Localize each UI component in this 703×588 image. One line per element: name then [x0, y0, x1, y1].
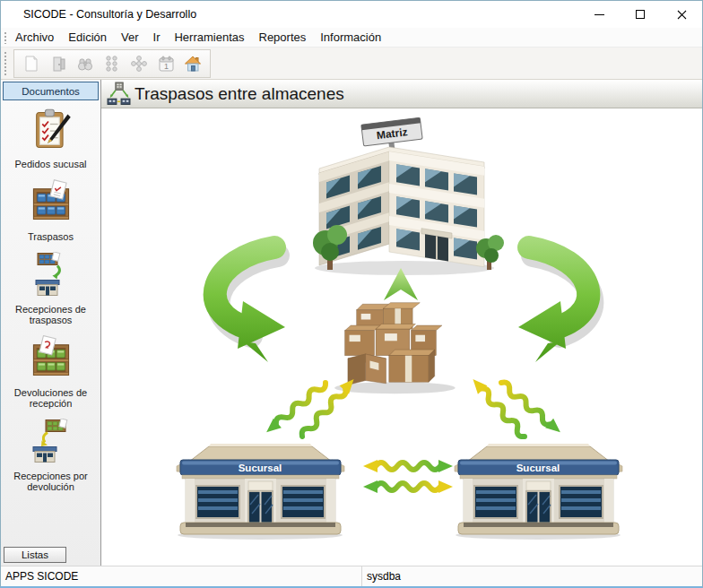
wavy-arrow-between-stores-bottom [363, 480, 453, 493]
exit-button[interactable] [45, 51, 72, 75]
new-document-icon [22, 54, 41, 74]
toolbar: 1 [1, 48, 702, 80]
menu-ver[interactable]: Ver [114, 29, 146, 46]
menu-informacion[interactable]: Información [313, 29, 388, 46]
green-arrow-left [215, 247, 285, 362]
svg-text:Sucursal: Sucursal [516, 463, 560, 473]
sidebar: Documentos [1, 80, 101, 566]
menu-herramientas[interactable]: Herramientas [167, 29, 251, 46]
sidebar-item-recepciones-devolucion[interactable]: Recepciones por devolución [1, 419, 100, 492]
green-shelf-to-store-icon [30, 419, 72, 468]
sidebar-item-label: Traspasos [25, 229, 76, 242]
content-area: Documentos [1, 80, 702, 566]
toolbar-group: 1 [13, 49, 211, 78]
wavy-arrow-between-stores-top [363, 460, 453, 472]
new-document-button[interactable] [18, 51, 45, 75]
listas-button[interactable]: Listas [4, 547, 66, 563]
menu-grip-handle[interactable] [3, 30, 7, 44]
workflow-button[interactable] [126, 51, 152, 75]
page-header: Traspasos entre almacenes [101, 80, 702, 108]
wavy-arrow-to-left-store [263, 378, 330, 437]
svg-text:1: 1 [164, 61, 169, 70]
workflow-plus-icon [129, 54, 149, 74]
sidebar-item-label: Devoluciones de recepción [1, 385, 100, 409]
app-window: SICODE - Consultoría y Desarrollo Archiv… [0, 0, 703, 588]
status-bar: APPS SICODE sysdba [1, 566, 702, 586]
shelf-to-store-icon [30, 252, 72, 301]
toolbar-grip-handle[interactable] [3, 50, 7, 76]
sidebar-item-label: Recepciones de traspasos [1, 301, 100, 325]
svg-text:Sucursal: Sucursal [239, 463, 282, 473]
home-button[interactable] [179, 51, 206, 75]
wavy-arrow-from-right-store [468, 375, 529, 440]
minimize-icon [595, 14, 604, 15]
sidebar-item-label: Pedidos sucusal [12, 156, 89, 169]
menu-reportes[interactable]: Reportes [252, 29, 314, 46]
listas-button-label: Listas [22, 549, 48, 560]
transfer-diagram-icon [107, 82, 131, 106]
status-user: sysdba [362, 566, 702, 586]
matriz-building: Matriz [313, 117, 504, 275]
green-arrow-right [518, 247, 592, 362]
search-button[interactable] [72, 51, 99, 75]
shelf-blue-boxes-icon [29, 179, 74, 229]
warehouse-transfer-illustration: Matriz [101, 108, 701, 566]
sucursal-store-right: Sucursal [455, 444, 622, 540]
clipboard-pen-icon [29, 107, 74, 156]
illustration-canvas: Matriz [101, 108, 702, 566]
shelf-green-boxes-icon [29, 335, 74, 385]
sidebar-nav: Pedidos sucusal [1, 102, 100, 545]
calendar-icon: 1 [156, 54, 176, 74]
status-app-name: APPS SICODE [1, 566, 362, 586]
sidebar-item-traspasos[interactable]: Traspasos [1, 179, 100, 242]
sidebar-item-pedidos-sucursal[interactable]: Pedidos sucusal [1, 107, 100, 169]
exit-door-icon [48, 54, 68, 74]
menu-edicion[interactable]: Edición [61, 29, 114, 46]
menu-bar: Archivo Edición Ver Ir Herramientas Repo… [1, 28, 702, 48]
menu-archivo[interactable]: Archivo [8, 29, 61, 46]
page-title: Traspasos entre almacenes [135, 84, 344, 104]
close-icon [677, 10, 687, 20]
home-icon [183, 54, 203, 74]
process-nodes-icon [102, 54, 122, 74]
minimize-button[interactable] [578, 1, 620, 28]
title-bar: SICODE - Consultoría y Desarrollo [1, 1, 702, 28]
close-button[interactable] [661, 1, 702, 28]
tab-documentos[interactable]: Documentos [3, 82, 99, 100]
maximize-icon [636, 10, 645, 19]
window-title: SICODE - Consultoría y Desarrollo [1, 8, 578, 21]
process-button[interactable] [99, 51, 126, 75]
calendar-button[interactable]: 1 [152, 51, 179, 75]
wavy-arrow-to-right-store [498, 378, 565, 437]
sidebar-item-recepciones-traspasos[interactable]: Recepciones de traspasos [1, 252, 100, 325]
search-binoculars-icon [75, 54, 95, 74]
tab-documentos-label: Documentos [22, 86, 80, 97]
sidebar-item-label: Recepciones por devolución [1, 468, 100, 492]
sucursal-store-left: Sucursal [177, 444, 344, 540]
sidebar-item-devoluciones-recepcion[interactable]: Devoluciones de recepción [1, 335, 100, 409]
maximize-button[interactable] [620, 1, 661, 28]
main-panel: Traspasos entre almacenes [101, 80, 702, 566]
menu-ir[interactable]: Ir [146, 29, 168, 46]
